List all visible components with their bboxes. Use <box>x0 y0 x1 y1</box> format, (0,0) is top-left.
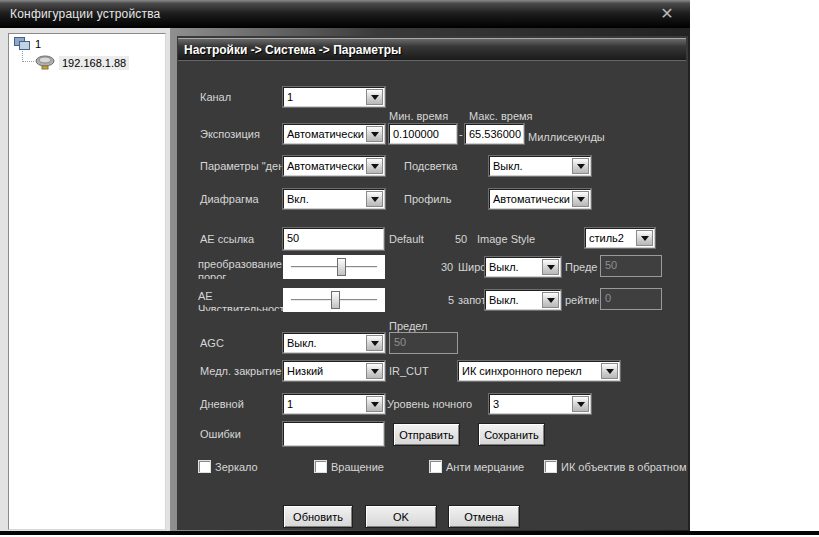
defog-label: запотева <box>458 294 484 306</box>
time-range-dash: - <box>459 128 463 140</box>
ir-cut-label: IR_CUT <box>389 365 429 377</box>
dropdown-arrow-icon[interactable] <box>366 158 383 174</box>
device-tree-panel: 1 192.168.1.88 <box>8 33 166 530</box>
ir-cut-combo[interactable]: ИК синхронного перекл <box>458 361 620 381</box>
refresh-button[interactable]: Обновить <box>283 505 353 528</box>
tree-device-item[interactable]: 192.168.1.88 <box>35 55 129 70</box>
day-level-label: Дневной <box>200 398 244 410</box>
night-level-label: Уровень ночного <box>387 398 472 410</box>
default-value: 50 <box>455 233 467 245</box>
mirror-checkbox[interactable] <box>198 460 211 473</box>
ir-lens-reverse-checkbox-label: ИК объектив в обратном <box>561 461 688 473</box>
breadcrumb: Настройки -> Система -> Параметры <box>178 38 686 61</box>
dropdown-arrow-icon[interactable] <box>572 191 589 207</box>
profile-combo-value: Автоматически <box>490 193 572 205</box>
rotation-checkbox[interactable] <box>314 460 327 473</box>
dropdown-arrow-icon[interactable] <box>572 396 589 412</box>
day-night-params-label: Параметры "ден <box>200 160 284 172</box>
breadcrumb-text: Настройки -> Система -> Параметры <box>178 43 401 57</box>
rating-input-disabled: 0 <box>600 288 662 310</box>
slow-shutter-combo[interactable]: Низкий <box>283 361 385 381</box>
iris-label: Диафрагма <box>200 193 259 205</box>
slider-thumb[interactable] <box>337 258 346 276</box>
conversion-threshold-label: преобразование порог <box>198 258 283 279</box>
channel-combo[interactable]: 1 <box>283 87 385 107</box>
slow-shutter-combo-value: Низкий <box>284 365 366 377</box>
defog-combo-value: Выкл. <box>486 294 542 306</box>
defog-combo[interactable]: Выкл. <box>485 290 561 310</box>
day-level-combo[interactable]: 1 <box>283 394 385 414</box>
errors-input[interactable] <box>283 422 384 446</box>
ok-button[interactable]: OK <box>365 505 437 528</box>
anti-flicker-checkbox[interactable] <box>429 460 442 473</box>
mirror-checkbox-label: Зеркало <box>215 461 258 473</box>
save-button[interactable]: Сохранить <box>478 423 545 446</box>
night-level-combo-value: 3 <box>490 398 572 410</box>
exposure-combo[interactable]: Автоматически <box>283 124 385 144</box>
ae-sensitivity-label-line1: AE <box>198 290 283 303</box>
rotation-checkbox-label: Вращение <box>331 461 384 473</box>
dropdown-arrow-icon[interactable] <box>366 126 383 142</box>
exposure-combo-value: Автоматически <box>284 128 366 140</box>
agc-label: AGC <box>200 337 224 349</box>
limit1-label: Преде <box>565 261 599 273</box>
image-style-combo[interactable]: стиль2 <box>585 228 655 248</box>
slow-shutter-label: Медл. закрытие <box>200 365 281 377</box>
backlight-combo[interactable]: Выкл. <box>489 156 591 176</box>
close-icon[interactable]: ✕ <box>658 5 676 23</box>
ae-sensitivity-label-line2: Чувствительност <box>198 303 283 311</box>
wide-combo[interactable]: Выкл. <box>485 257 561 277</box>
dropdown-arrow-icon[interactable] <box>636 230 653 246</box>
conversion-threshold-value: 30 <box>441 261 453 273</box>
device-config-window: Конфигурации устройства ✕ 1 192.168.1.88 <box>0 0 690 533</box>
device-group-icon <box>14 37 31 51</box>
ae-reference-input[interactable]: 50 <box>283 228 384 250</box>
camera-device-icon <box>35 55 55 70</box>
wide-combo-value: Выкл. <box>486 261 542 273</box>
tree-root-item[interactable]: 1 <box>14 37 41 51</box>
ae-sensitivity-slider[interactable] <box>283 288 385 312</box>
iris-combo[interactable]: Вкл. <box>283 189 385 209</box>
day-level-combo-value: 1 <box>284 398 366 410</box>
min-time-header: Мин. время <box>389 110 448 122</box>
dropdown-arrow-icon[interactable] <box>366 363 383 379</box>
dropdown-arrow-icon[interactable] <box>366 191 383 207</box>
dropdown-arrow-icon[interactable] <box>542 292 559 308</box>
profile-label: Профиль <box>404 193 452 205</box>
default-label: Default <box>389 233 424 245</box>
channel-combo-value: 1 <box>284 91 366 103</box>
conversion-threshold-slider[interactable] <box>283 255 385 279</box>
ir-lens-reverse-checkbox[interactable] <box>544 460 557 473</box>
max-time-input[interactable]: 65.536000 <box>465 124 524 144</box>
max-time-header: Макс. время <box>469 110 533 122</box>
errors-label: Ошибки <box>200 428 241 440</box>
night-level-combo[interactable]: 3 <box>489 394 591 414</box>
day-night-params-combo[interactable]: Автоматически <box>283 156 385 176</box>
dropdown-arrow-icon[interactable] <box>366 335 383 351</box>
agc-combo[interactable]: Выкл. <box>283 333 385 353</box>
screen-bottom-edge <box>0 531 819 535</box>
cancel-button[interactable]: Отмена <box>448 505 520 528</box>
dropdown-arrow-icon[interactable] <box>366 89 383 105</box>
dropdown-arrow-icon[interactable] <box>542 259 559 275</box>
exposure-label: Экспозиция <box>200 128 260 140</box>
anti-flicker-checkbox-label: Анти мерцание <box>446 461 524 473</box>
milliseconds-label: Миллисекунды <box>528 131 605 143</box>
day-night-params-combo-value: Автоматически <box>284 160 366 172</box>
profile-combo[interactable]: Автоматически <box>489 189 591 209</box>
backlight-label: Подсветка <box>404 160 457 172</box>
tree-root-label: 1 <box>35 38 41 50</box>
image-style-combo-value: стиль2 <box>586 232 636 244</box>
conversion-threshold-label-line1: преобразование <box>198 258 283 271</box>
min-time-input[interactable]: 0.100000 <box>389 124 457 144</box>
dropdown-arrow-icon[interactable] <box>366 396 383 412</box>
agc-combo-value: Выкл. <box>284 337 366 349</box>
settings-panel: Настройки -> Система -> Параметры Канал … <box>177 36 688 530</box>
send-button[interactable]: Отправить <box>393 423 460 446</box>
dropdown-arrow-icon[interactable] <box>601 363 618 379</box>
slider-thumb[interactable] <box>331 291 340 309</box>
window-title: Конфигурации устройства <box>0 7 161 21</box>
rating-label: рейтин <box>565 294 599 306</box>
ir-cut-combo-value: ИК синхронного перекл <box>459 365 601 377</box>
dropdown-arrow-icon[interactable] <box>572 158 589 174</box>
